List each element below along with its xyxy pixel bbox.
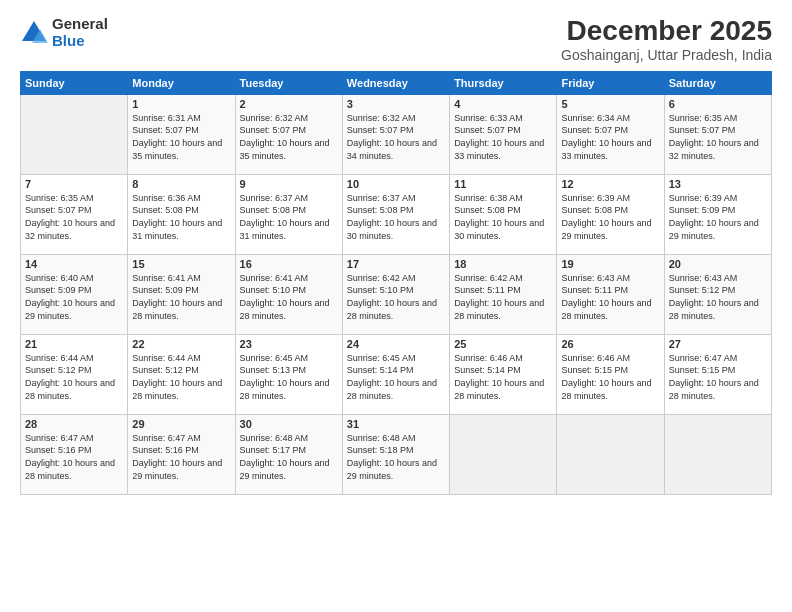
day-number: 12 xyxy=(561,178,659,190)
cell-info: Sunrise: 6:40 AMSunset: 5:09 PMDaylight:… xyxy=(25,272,123,322)
day-number: 24 xyxy=(347,338,445,350)
cell-info: Sunrise: 6:45 AMSunset: 5:14 PMDaylight:… xyxy=(347,352,445,402)
month-title: December 2025 xyxy=(561,16,772,47)
day-number: 11 xyxy=(454,178,552,190)
calendar-cell: 27Sunrise: 6:47 AMSunset: 5:15 PMDayligh… xyxy=(664,334,771,414)
cell-info: Sunrise: 6:37 AMSunset: 5:08 PMDaylight:… xyxy=(240,192,338,242)
calendar-cell: 20Sunrise: 6:43 AMSunset: 5:12 PMDayligh… xyxy=(664,254,771,334)
day-number: 21 xyxy=(25,338,123,350)
calendar-cell: 16Sunrise: 6:41 AMSunset: 5:10 PMDayligh… xyxy=(235,254,342,334)
day-number: 9 xyxy=(240,178,338,190)
calendar-cell: 15Sunrise: 6:41 AMSunset: 5:09 PMDayligh… xyxy=(128,254,235,334)
calendar-cell: 22Sunrise: 6:44 AMSunset: 5:12 PMDayligh… xyxy=(128,334,235,414)
cell-info: Sunrise: 6:44 AMSunset: 5:12 PMDaylight:… xyxy=(132,352,230,402)
calendar-cell: 7Sunrise: 6:35 AMSunset: 5:07 PMDaylight… xyxy=(21,174,128,254)
calendar-cell: 31Sunrise: 6:48 AMSunset: 5:18 PMDayligh… xyxy=(342,414,449,494)
calendar-cell: 11Sunrise: 6:38 AMSunset: 5:08 PMDayligh… xyxy=(450,174,557,254)
cell-info: Sunrise: 6:32 AMSunset: 5:07 PMDaylight:… xyxy=(347,112,445,162)
cell-info: Sunrise: 6:39 AMSunset: 5:09 PMDaylight:… xyxy=(669,192,767,242)
cell-info: Sunrise: 6:39 AMSunset: 5:08 PMDaylight:… xyxy=(561,192,659,242)
col-wednesday: Wednesday xyxy=(342,71,449,94)
calendar-cell: 13Sunrise: 6:39 AMSunset: 5:09 PMDayligh… xyxy=(664,174,771,254)
day-number: 7 xyxy=(25,178,123,190)
day-number: 25 xyxy=(454,338,552,350)
location: Goshainganj, Uttar Pradesh, India xyxy=(561,47,772,63)
calendar-cell: 1Sunrise: 6:31 AMSunset: 5:07 PMDaylight… xyxy=(128,94,235,174)
cell-info: Sunrise: 6:46 AMSunset: 5:15 PMDaylight:… xyxy=(561,352,659,402)
calendar-cell: 25Sunrise: 6:46 AMSunset: 5:14 PMDayligh… xyxy=(450,334,557,414)
calendar-cell: 6Sunrise: 6:35 AMSunset: 5:07 PMDaylight… xyxy=(664,94,771,174)
day-number: 26 xyxy=(561,338,659,350)
day-number: 20 xyxy=(669,258,767,270)
day-number: 15 xyxy=(132,258,230,270)
calendar-cell: 4Sunrise: 6:33 AMSunset: 5:07 PMDaylight… xyxy=(450,94,557,174)
calendar-table: Sunday Monday Tuesday Wednesday Thursday… xyxy=(20,71,772,495)
calendar-cell: 23Sunrise: 6:45 AMSunset: 5:13 PMDayligh… xyxy=(235,334,342,414)
calendar-cell: 5Sunrise: 6:34 AMSunset: 5:07 PMDaylight… xyxy=(557,94,664,174)
calendar-week-2: 7Sunrise: 6:35 AMSunset: 5:07 PMDaylight… xyxy=(21,174,772,254)
cell-info: Sunrise: 6:47 AMSunset: 5:15 PMDaylight:… xyxy=(669,352,767,402)
calendar-week-5: 28Sunrise: 6:47 AMSunset: 5:16 PMDayligh… xyxy=(21,414,772,494)
cell-info: Sunrise: 6:32 AMSunset: 5:07 PMDaylight:… xyxy=(240,112,338,162)
cell-info: Sunrise: 6:47 AMSunset: 5:16 PMDaylight:… xyxy=(132,432,230,482)
calendar-cell xyxy=(450,414,557,494)
day-number: 17 xyxy=(347,258,445,270)
cell-info: Sunrise: 6:44 AMSunset: 5:12 PMDaylight:… xyxy=(25,352,123,402)
cell-info: Sunrise: 6:42 AMSunset: 5:11 PMDaylight:… xyxy=(454,272,552,322)
day-number: 16 xyxy=(240,258,338,270)
day-number: 28 xyxy=(25,418,123,430)
cell-info: Sunrise: 6:45 AMSunset: 5:13 PMDaylight:… xyxy=(240,352,338,402)
page: General Blue December 2025 Goshainganj, … xyxy=(0,0,792,612)
day-number: 31 xyxy=(347,418,445,430)
day-number: 19 xyxy=(561,258,659,270)
cell-info: Sunrise: 6:38 AMSunset: 5:08 PMDaylight:… xyxy=(454,192,552,242)
calendar-cell: 30Sunrise: 6:48 AMSunset: 5:17 PMDayligh… xyxy=(235,414,342,494)
day-number: 13 xyxy=(669,178,767,190)
day-number: 4 xyxy=(454,98,552,110)
cell-info: Sunrise: 6:47 AMSunset: 5:16 PMDaylight:… xyxy=(25,432,123,482)
col-tuesday: Tuesday xyxy=(235,71,342,94)
calendar-cell: 2Sunrise: 6:32 AMSunset: 5:07 PMDaylight… xyxy=(235,94,342,174)
calendar-week-3: 14Sunrise: 6:40 AMSunset: 5:09 PMDayligh… xyxy=(21,254,772,334)
calendar-cell: 26Sunrise: 6:46 AMSunset: 5:15 PMDayligh… xyxy=(557,334,664,414)
day-number: 22 xyxy=(132,338,230,350)
calendar-cell: 3Sunrise: 6:32 AMSunset: 5:07 PMDaylight… xyxy=(342,94,449,174)
calendar-cell xyxy=(21,94,128,174)
cell-info: Sunrise: 6:42 AMSunset: 5:10 PMDaylight:… xyxy=(347,272,445,322)
calendar-cell: 28Sunrise: 6:47 AMSunset: 5:16 PMDayligh… xyxy=(21,414,128,494)
cell-info: Sunrise: 6:46 AMSunset: 5:14 PMDaylight:… xyxy=(454,352,552,402)
calendar-cell: 12Sunrise: 6:39 AMSunset: 5:08 PMDayligh… xyxy=(557,174,664,254)
cell-info: Sunrise: 6:43 AMSunset: 5:11 PMDaylight:… xyxy=(561,272,659,322)
cell-info: Sunrise: 6:31 AMSunset: 5:07 PMDaylight:… xyxy=(132,112,230,162)
calendar-cell: 29Sunrise: 6:47 AMSunset: 5:16 PMDayligh… xyxy=(128,414,235,494)
cell-info: Sunrise: 6:41 AMSunset: 5:09 PMDaylight:… xyxy=(132,272,230,322)
cell-info: Sunrise: 6:48 AMSunset: 5:17 PMDaylight:… xyxy=(240,432,338,482)
day-number: 18 xyxy=(454,258,552,270)
calendar-cell: 17Sunrise: 6:42 AMSunset: 5:10 PMDayligh… xyxy=(342,254,449,334)
calendar-cell: 19Sunrise: 6:43 AMSunset: 5:11 PMDayligh… xyxy=(557,254,664,334)
day-number: 14 xyxy=(25,258,123,270)
day-number: 5 xyxy=(561,98,659,110)
cell-info: Sunrise: 6:41 AMSunset: 5:10 PMDaylight:… xyxy=(240,272,338,322)
logo-blue-label: Blue xyxy=(52,33,108,50)
cell-info: Sunrise: 6:37 AMSunset: 5:08 PMDaylight:… xyxy=(347,192,445,242)
calendar-cell: 14Sunrise: 6:40 AMSunset: 5:09 PMDayligh… xyxy=(21,254,128,334)
calendar-cell: 8Sunrise: 6:36 AMSunset: 5:08 PMDaylight… xyxy=(128,174,235,254)
calendar-week-1: 1Sunrise: 6:31 AMSunset: 5:07 PMDaylight… xyxy=(21,94,772,174)
header-row: Sunday Monday Tuesday Wednesday Thursday… xyxy=(21,71,772,94)
header: General Blue December 2025 Goshainganj, … xyxy=(20,16,772,63)
calendar-cell: 24Sunrise: 6:45 AMSunset: 5:14 PMDayligh… xyxy=(342,334,449,414)
calendar-week-4: 21Sunrise: 6:44 AMSunset: 5:12 PMDayligh… xyxy=(21,334,772,414)
col-monday: Monday xyxy=(128,71,235,94)
cell-info: Sunrise: 6:35 AMSunset: 5:07 PMDaylight:… xyxy=(25,192,123,242)
day-number: 23 xyxy=(240,338,338,350)
day-number: 30 xyxy=(240,418,338,430)
day-number: 2 xyxy=(240,98,338,110)
logo: General Blue xyxy=(20,16,108,49)
calendar-cell: 10Sunrise: 6:37 AMSunset: 5:08 PMDayligh… xyxy=(342,174,449,254)
col-friday: Friday xyxy=(557,71,664,94)
col-thursday: Thursday xyxy=(450,71,557,94)
cell-info: Sunrise: 6:36 AMSunset: 5:08 PMDaylight:… xyxy=(132,192,230,242)
logo-icon xyxy=(20,19,48,47)
cell-info: Sunrise: 6:48 AMSunset: 5:18 PMDaylight:… xyxy=(347,432,445,482)
